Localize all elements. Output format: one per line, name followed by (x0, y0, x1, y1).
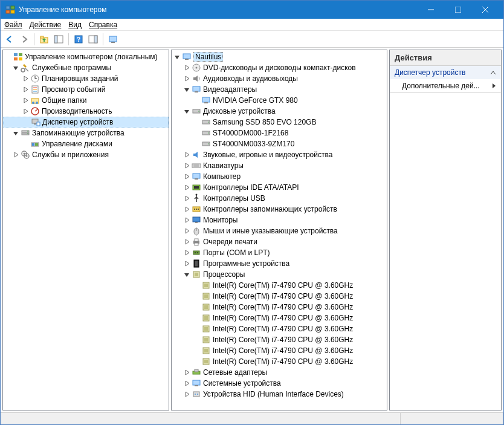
device-category-audio[interactable]: Аудиовходы и аудиовыходы (172, 73, 387, 84)
svg-rect-5 (455, 7, 461, 13)
expander-icon[interactable] (183, 368, 191, 377)
expander-icon[interactable] (183, 390, 191, 398)
device-item[interactable]: Intel(R) Core(TM) i7-4790 CPU @ 3.60GHz (172, 323, 387, 334)
tree-device-manager[interactable]: Диспетчер устройств (3, 117, 169, 128)
expander-icon[interactable] (183, 172, 191, 181)
device-item[interactable]: Intel(R) Core(TM) i7-4790 CPU @ 3.60GHz (172, 313, 387, 323)
device-category-hid[interactable]: Устройства HID (Human Interface Devices) (172, 389, 387, 400)
expander-icon[interactable] (183, 85, 191, 94)
minimize-button[interactable] (417, 1, 444, 19)
expander-icon[interactable] (183, 227, 191, 235)
expander-icon[interactable] (183, 151, 191, 159)
expander-icon[interactable] (183, 74, 191, 83)
device-category-system_devices[interactable]: Системные устройства (172, 378, 387, 389)
cpu-icon (201, 302, 211, 312)
device-category-software_devices[interactable]: Программные устройства (172, 258, 387, 269)
svg-point-75 (196, 209, 197, 210)
menu-action[interactable]: Действие (30, 21, 62, 29)
tree-task-scheduler[interactable]: Планировщик заданий (3, 73, 169, 84)
tree-system-tools[interactable]: Служебные программы (3, 62, 169, 73)
expander-icon[interactable] (183, 238, 191, 246)
expander-icon[interactable] (11, 151, 20, 159)
device-item[interactable]: ST4000DM000-1F2168 (172, 128, 387, 138)
device-item[interactable]: Samsung SSD 850 EVO 120GB (172, 117, 387, 128)
up-button[interactable] (37, 33, 51, 46)
expander-icon[interactable] (183, 248, 191, 257)
device-category-processors[interactable]: Процессоры (172, 269, 387, 280)
device-root[interactable]: Nautilus (172, 51, 387, 62)
expander-icon[interactable] (11, 63, 20, 72)
device-category-usb[interactable]: Контроллеры USB (172, 193, 387, 204)
expander-icon[interactable] (183, 194, 191, 203)
device-category-storage_ctrl[interactable]: Контроллеры запоминающих устройств (172, 204, 387, 215)
device-tree[interactable]: Nautilus DVD-дисководы и дисководы компа… (171, 50, 387, 410)
expander-icon[interactable] (21, 74, 30, 83)
device-item[interactable]: Intel(R) Core(TM) i7-4790 CPU @ 3.60GHz (172, 345, 387, 356)
tree-disk-management[interactable]: Управление дисками (3, 138, 169, 149)
expander-icon[interactable] (183, 270, 191, 279)
help-button[interactable]: ? (72, 33, 85, 46)
console-tree[interactable]: Управление компьютером (локальным) Служе… (2, 50, 169, 410)
device-category-computer_cat[interactable]: Компьютер (172, 171, 387, 182)
expander-icon[interactable] (183, 107, 191, 115)
expander-icon[interactable] (183, 205, 191, 213)
device-item[interactable]: Intel(R) Core(TM) i7-4790 CPU @ 3.60GHz (172, 334, 387, 345)
maximize-button[interactable] (444, 1, 471, 19)
content-area: Управление компьютером (локальным) Служе… (1, 48, 503, 412)
shared-folder-icon (30, 96, 40, 105)
expander-icon[interactable] (183, 183, 191, 192)
menu-file[interactable]: Файл (4, 21, 22, 29)
expander-icon[interactable] (183, 259, 191, 268)
device-item[interactable]: Intel(R) Core(TM) i7-4790 CPU @ 3.60GHz (172, 291, 387, 302)
device-category-ports[interactable]: Порты (COM и LPT) (172, 247, 387, 258)
device-category-network[interactable]: Сетевые адаптеры (172, 367, 387, 378)
device-category-monitors[interactable]: Мониторы (172, 215, 387, 225)
device-category-video_adapters[interactable]: Видеоадаптеры (172, 84, 387, 95)
svg-rect-16 (109, 36, 117, 42)
expander-icon[interactable] (183, 379, 191, 388)
tree-shared-folders[interactable]: Общие папки (3, 95, 169, 106)
svg-rect-102 (204, 338, 208, 342)
menu-help[interactable]: Справка (89, 21, 117, 29)
device-category-print_queues[interactable]: Очереди печати (172, 236, 387, 247)
expander-icon[interactable] (183, 161, 191, 170)
show-hide-tree-button[interactable] (52, 33, 65, 46)
expander-icon[interactable] (173, 53, 181, 61)
expander-icon[interactable] (11, 129, 20, 137)
expander-icon[interactable] (183, 63, 191, 72)
properties-button[interactable] (106, 33, 120, 46)
expander-icon[interactable] (21, 85, 30, 94)
svg-rect-88 (195, 261, 198, 266)
computer-icon (182, 52, 192, 62)
tree-services-apps[interactable]: Службы и приложения (3, 149, 169, 160)
device-item[interactable]: Intel(R) Core(TM) i7-4790 CPU @ 3.60GHz (172, 302, 387, 313)
tree-root[interactable]: Управление компьютером (локальным) (3, 51, 169, 62)
forward-button[interactable] (18, 33, 31, 46)
tree-performance[interactable]: Производительность (3, 106, 169, 117)
device-item[interactable]: Intel(R) Core(TM) i7-4790 CPU @ 3.60GHz (172, 356, 387, 367)
actions-panel-title[interactable]: Диспетчер устройств (390, 66, 501, 79)
expander-icon[interactable] (183, 216, 191, 224)
svg-point-52 (196, 67, 198, 69)
device-item[interactable]: Intel(R) Core(TM) i7-4790 CPU @ 3.60GHz (172, 280, 387, 291)
device-category-dvd[interactable]: DVD-дисководы и дисководы компакт-дисков (172, 62, 387, 73)
device-item[interactable]: NVIDIA GeForce GTX 980 (172, 95, 387, 106)
tree-event-viewer[interactable]: Просмотр событий (3, 84, 169, 95)
device-category-keyboards[interactable]: Клавиатуры (172, 160, 387, 171)
close-button[interactable] (471, 1, 499, 19)
svg-rect-19 (19, 53, 22, 56)
back-button[interactable] (3, 33, 16, 46)
svg-rect-109 (193, 380, 200, 385)
tree-storage[interactable]: Запоминающие устройства (3, 128, 169, 138)
expander-icon[interactable] (21, 96, 30, 105)
device-category-mice[interactable]: Мыши и иные указывающие устройства (172, 225, 387, 236)
action-pane-button[interactable] (86, 33, 100, 46)
device-category-sound[interactable]: Звуковые, игровые и видеоустройства (172, 149, 387, 160)
menu-view[interactable]: Вид (68, 21, 82, 29)
svg-rect-49 (183, 54, 190, 59)
device-category-ide[interactable]: Контроллеры IDE ATA/ATAPI (172, 182, 387, 193)
device-item[interactable]: ST4000NM0033-9ZM170 (172, 138, 387, 149)
device-category-disk_devices[interactable]: Дисковые устройства (172, 106, 387, 117)
actions-more[interactable]: Дополнительные дей... (390, 79, 501, 92)
expander-icon[interactable] (21, 107, 30, 115)
